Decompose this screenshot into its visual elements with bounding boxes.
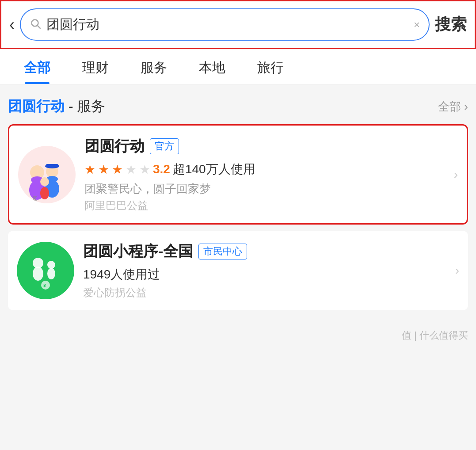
tab-all[interactable]: 全部 bbox=[8, 49, 66, 84]
app-icon-tuanyuan2: ¥ bbox=[17, 242, 74, 299]
section-title-suffix: - 服务 bbox=[65, 98, 105, 114]
chevron-icon: › bbox=[454, 168, 458, 182]
search-button[interactable]: 搜索 bbox=[435, 14, 467, 35]
clear-button[interactable]: × bbox=[414, 19, 420, 31]
star-2: ★ bbox=[98, 162, 109, 177]
tab-service[interactable]: 服务 bbox=[125, 49, 183, 84]
svg-text:¥: ¥ bbox=[43, 283, 46, 288]
tab-finance[interactable]: 理财 bbox=[66, 49, 125, 84]
svg-point-16 bbox=[47, 268, 55, 279]
search-input-value: 团圆行动 bbox=[46, 15, 408, 34]
chevron-icon-2: › bbox=[455, 263, 459, 278]
svg-rect-9 bbox=[46, 164, 58, 168]
official-tag: 官方 bbox=[150, 138, 179, 154]
rating-number: 3.2 bbox=[153, 162, 170, 176]
svg-point-14 bbox=[33, 267, 43, 281]
app-name-2: 团圆小程序-全国 bbox=[83, 241, 193, 262]
usage-count: 1949人使用过 bbox=[83, 266, 446, 283]
result-card-tuanyuan[interactable]: 圆 团圆行动 官方 ★ ★ ★ ★ ★ 3.2 超140万人使用 团聚警民心，圆… bbox=[8, 124, 468, 225]
section-header: 团圆行动 - 服务 全部 › bbox=[8, 97, 468, 116]
section-title: 团圆行动 - 服务 bbox=[8, 97, 105, 116]
main-content: 团圆行动 - 服务 全部 › bbox=[0, 84, 476, 324]
search-header: ‹ 团圆行动 × 搜索 bbox=[0, 0, 476, 49]
tabs-bar: 全部 理财 服务 本地 旅行 bbox=[0, 49, 476, 84]
svg-point-15 bbox=[47, 261, 55, 269]
search-box[interactable]: 团圆行动 × bbox=[20, 8, 430, 41]
section-more-button[interactable]: 全部 › bbox=[438, 99, 468, 114]
usage-text: 超140万人使用 bbox=[173, 161, 255, 178]
svg-point-10 bbox=[40, 187, 49, 199]
app-desc: 团聚警民心，圆子回家梦 bbox=[84, 181, 445, 197]
app-icon-tuanyuan: 圆 bbox=[18, 146, 76, 203]
tab-local[interactable]: 本地 bbox=[183, 49, 241, 84]
app-name-row-2: 团圆小程序-全国 市民中心 bbox=[83, 241, 446, 262]
star-4: ★ bbox=[126, 162, 137, 177]
star-5: ★ bbox=[139, 162, 150, 177]
app-name-row: 团圆行动 官方 bbox=[84, 136, 445, 156]
svg-text:圆: 圆 bbox=[33, 196, 38, 201]
stars-row: ★ ★ ★ ★ ★ 3.2 超140万人使用 bbox=[84, 161, 445, 178]
app-info-tuanyuan: 团圆行动 官方 ★ ★ ★ ★ ★ 3.2 超140万人使用 团聚警民心，圆子回… bbox=[84, 136, 445, 213]
svg-point-11 bbox=[40, 177, 49, 186]
app-source: 阿里巴巴公益 bbox=[84, 198, 445, 213]
civic-tag: 市民中心 bbox=[198, 244, 247, 259]
star-1: ★ bbox=[84, 162, 95, 177]
search-icon bbox=[30, 18, 41, 32]
back-button[interactable]: ‹ bbox=[9, 17, 15, 33]
app-name: 团圆行动 bbox=[84, 136, 145, 156]
watermark: 值 | 什么值得买 bbox=[0, 324, 476, 347]
app-info-tuanyuan2: 团圆小程序-全国 市民中心 1949人使用过 爱心防拐公益 bbox=[83, 241, 446, 300]
result-card-tuanyuan2[interactable]: ¥ 团圆小程序-全国 市民中心 1949人使用过 爱心防拐公益 › bbox=[8, 231, 468, 310]
app-source-2: 爱心防拐公益 bbox=[83, 286, 446, 300]
tab-travel[interactable]: 旅行 bbox=[241, 49, 300, 84]
svg-line-1 bbox=[38, 25, 40, 28]
section-title-highlight: 团圆行动 bbox=[8, 98, 65, 114]
star-3: ★ bbox=[112, 162, 123, 177]
